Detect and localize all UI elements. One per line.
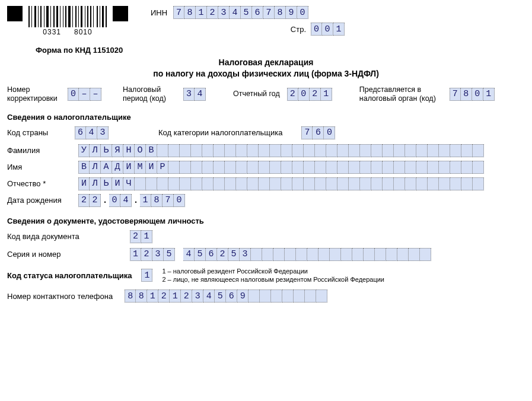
- cell: 4: [86, 126, 97, 139]
- cell: [304, 177, 315, 190]
- cell: [168, 161, 180, 174]
- cell: 2: [130, 230, 141, 243]
- status-hint-1: 1 – налоговый резидент Российской Федера…: [162, 267, 384, 275]
- cell: [202, 144, 214, 157]
- cell: Ч: [123, 177, 135, 190]
- cell: 3: [183, 88, 195, 101]
- cell: И: [123, 161, 135, 174]
- page-label: Стр.: [291, 25, 306, 34]
- cell: 0: [311, 23, 322, 36]
- cell: [394, 144, 405, 157]
- cell: 3: [192, 289, 203, 303]
- cell: В: [78, 161, 90, 174]
- cell: [135, 177, 146, 190]
- cell: 0: [322, 23, 333, 36]
- inn-label: ИНН: [151, 8, 167, 17]
- period-cells: 34: [183, 88, 206, 101]
- cell: 0: [324, 126, 335, 139]
- barcode-num-left: 0331: [43, 28, 61, 36]
- cell: [157, 177, 168, 190]
- cell: В: [146, 144, 157, 157]
- cell: 8: [125, 289, 136, 303]
- cell: [214, 161, 225, 174]
- cell: [281, 144, 292, 157]
- cell: 9: [286, 6, 297, 19]
- cell: 1: [321, 88, 332, 101]
- cell: 2: [90, 194, 101, 207]
- cell: [180, 161, 191, 174]
- cell: 4: [120, 194, 132, 207]
- cell: [270, 177, 281, 190]
- status-label: Код статуса налогоплательщика: [7, 271, 132, 280]
- cell: 1: [141, 230, 152, 243]
- cell: [364, 248, 375, 261]
- page-cells: 001: [311, 23, 345, 36]
- status-hint-2: 2 – лицо, не являющееся налоговым резиде…: [162, 275, 384, 284]
- cell: 5: [164, 248, 175, 261]
- cell: [394, 161, 405, 174]
- cell: [326, 161, 337, 174]
- cell: [146, 177, 157, 190]
- cell: [360, 161, 371, 174]
- cell: [202, 177, 214, 190]
- cell: 5: [195, 248, 206, 261]
- cell: 8: [461, 88, 472, 101]
- cell: И: [78, 177, 90, 190]
- cell: [316, 289, 327, 303]
- cell: [191, 144, 202, 157]
- organ-cells: 7801: [450, 88, 495, 101]
- cell: 0: [472, 88, 483, 101]
- cell: [157, 144, 168, 157]
- cell: 3: [97, 126, 109, 139]
- cell: [337, 177, 349, 190]
- cell: [428, 161, 439, 174]
- cell: [375, 248, 386, 261]
- cell: Р: [157, 161, 168, 174]
- cell: [337, 161, 349, 174]
- cell: 7: [450, 88, 461, 101]
- doc-section: Сведения о документе, удостоверяющем лич…: [7, 217, 525, 225]
- cell: 6: [313, 126, 324, 139]
- cell: 2: [78, 194, 90, 207]
- cell: [428, 177, 439, 190]
- cell: [318, 248, 330, 261]
- cell: [214, 144, 225, 157]
- barcode-num-right: 8010: [74, 28, 93, 36]
- period-label: Налоговыйпериод (код): [123, 85, 176, 103]
- cell: [394, 177, 405, 190]
- taxpayer-section: Сведения о налогоплательщике: [7, 113, 525, 122]
- cell: [450, 161, 461, 174]
- cell: 0: [297, 6, 308, 19]
- cell: 4: [195, 88, 206, 101]
- cell: [270, 144, 281, 157]
- cell: [273, 248, 285, 261]
- dob-cells: 22.04.1870: [78, 194, 185, 207]
- cell: 2: [181, 289, 192, 303]
- cell: [383, 177, 394, 190]
- cell: [315, 161, 326, 174]
- cell: [251, 248, 262, 261]
- cell: А: [101, 161, 112, 174]
- cell: 5: [228, 248, 240, 261]
- cell: 2: [158, 289, 170, 303]
- cell: [330, 248, 341, 261]
- cell: 0: [298, 88, 310, 101]
- cell: [416, 177, 428, 190]
- cell: 1: [333, 23, 345, 36]
- cell: 1: [196, 6, 207, 19]
- cell: 5: [215, 289, 226, 303]
- cell: [405, 161, 416, 174]
- header-row: 0331 8010 ИНН 781234567890 Стр. 001: [7, 6, 525, 36]
- cell: [236, 144, 247, 157]
- cell: [326, 177, 337, 190]
- cell: [428, 144, 439, 157]
- cell: [270, 161, 281, 174]
- cell: 2: [217, 248, 228, 261]
- cell: [461, 144, 473, 157]
- phone-label: Номер контактного телефона: [7, 292, 113, 301]
- marker-box: [7, 6, 23, 21]
- year-label: Отчетный год: [233, 90, 280, 98]
- cell: 1: [483, 88, 495, 101]
- surname-label: Фамилия: [7, 146, 68, 155]
- cell: [225, 144, 236, 157]
